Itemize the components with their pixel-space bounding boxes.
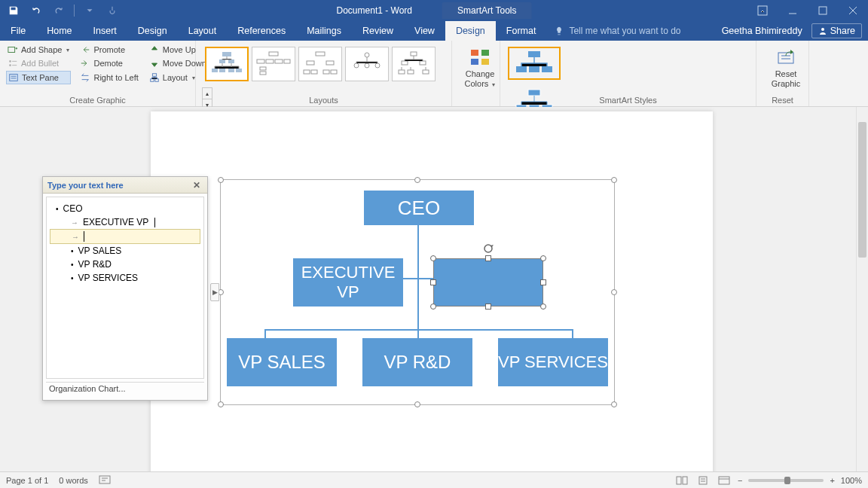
text-pane-item[interactable]: •VP R&D (50, 258, 200, 271)
svg-rect-18 (257, 59, 264, 63)
smartart-frame[interactable]: ▶ CEO EXECUTIVE VP VP SALES VP R&D VP SE… (220, 179, 615, 405)
org-node-exec-vp[interactable]: EXECUTIVE VP (293, 258, 403, 307)
menu-smartart-design[interactable]: Design (445, 21, 496, 41)
menu-insert[interactable]: Insert (83, 21, 127, 41)
status-bar: Page 1 of 1 0 words − + 100% (0, 471, 868, 488)
page-indicator[interactable]: Page 1 of 1 (6, 476, 48, 485)
svg-rect-43 (471, 59, 478, 65)
title-bar: Document1 - Word SmartArt Tools (0, 0, 868, 21)
add-bullet-button: Add Bullet (6, 57, 71, 69)
web-layout-button[interactable] (717, 474, 732, 486)
undo-button[interactable] (26, 2, 47, 20)
svg-point-5 (9, 64, 11, 66)
svg-rect-66 (699, 477, 707, 484)
customize-qat-button[interactable] (79, 2, 100, 20)
zoom-level[interactable]: 100% (841, 476, 862, 485)
text-pane-item[interactable]: →EXECUTIVE VP (50, 215, 200, 229)
menu-references[interactable]: References (227, 21, 296, 41)
layout-thumb-2[interactable] (252, 47, 295, 81)
menu-bar: File Home Insert Design Layout Reference… (0, 21, 868, 41)
zoom-out-button[interactable]: − (738, 476, 742, 485)
text-pane-close-button[interactable]: ✕ (191, 179, 203, 191)
word-count[interactable]: 0 words (59, 476, 88, 485)
text-pane[interactable]: Type your text here ✕ •CEO →EXECUTIVE VP… (42, 176, 208, 401)
redo-button[interactable] (48, 2, 69, 20)
print-layout-button[interactable] (695, 474, 711, 486)
layout-thumb-5[interactable] (392, 47, 436, 81)
text-pane-item-editing[interactable]: → (50, 229, 200, 244)
change-colors-button[interactable]: Change Colors ▾ (458, 44, 502, 92)
resize-handle[interactable] (414, 401, 420, 407)
menu-mailings[interactable]: Mailings (296, 21, 352, 41)
org-node-ceo[interactable]: CEO (364, 191, 474, 225)
group-label-layouts: Layouts (196, 96, 451, 105)
add-shape-button[interactable]: Add Shape▾ (6, 44, 71, 56)
text-pane-button[interactable]: Text Pane (6, 71, 71, 84)
rotate-handle[interactable] (482, 242, 494, 255)
ribbon: Add Shape▾ Promote Move Up Add Bullet De… (0, 41, 868, 107)
svg-point-31 (365, 53, 369, 57)
svg-point-2 (821, 28, 824, 31)
svg-rect-45 (528, 51, 540, 57)
right-to-left-button[interactable]: Right to Left (78, 71, 139, 84)
text-pane-item[interactable]: •CEO (50, 202, 200, 215)
resize-handle[interactable] (218, 401, 224, 407)
text-pane-item[interactable]: •VP SERVICES (50, 271, 200, 285)
read-mode-button[interactable] (674, 474, 689, 486)
org-node-vp-rd[interactable]: VP R&D (362, 338, 472, 386)
text-pane-header[interactable]: Type your text here ✕ (43, 177, 207, 194)
ribbon-display-options[interactable] (747, 0, 778, 21)
share-button[interactable]: Share (811, 23, 862, 38)
close-button[interactable] (838, 0, 868, 21)
svg-rect-29 (323, 70, 329, 74)
menu-layout[interactable]: Layout (178, 21, 228, 41)
resize-handle[interactable] (218, 177, 224, 183)
reset-graphic-button[interactable]: Reset Graphic (763, 44, 809, 92)
resize-handle[interactable] (414, 177, 420, 183)
svg-rect-6 (10, 75, 18, 81)
scroll-thumb[interactable] (858, 122, 866, 258)
menu-design[interactable]: Design (127, 21, 178, 41)
text-pane-toggle[interactable]: ▶ (210, 283, 219, 301)
promote-button[interactable]: Promote (78, 44, 139, 56)
layout-thumb-4[interactable] (345, 47, 389, 81)
person-icon (818, 26, 827, 35)
user-name[interactable]: Geetha Bhimireddy (722, 26, 802, 36)
resize-handle[interactable] (611, 401, 617, 407)
org-node-vp-sales[interactable]: VP SALES (227, 338, 337, 386)
demote-button[interactable]: Demote (78, 57, 139, 69)
svg-rect-27 (304, 70, 310, 74)
zoom-slider[interactable] (748, 479, 824, 482)
svg-rect-11 (219, 59, 225, 63)
svg-rect-22 (260, 67, 266, 70)
menu-file[interactable]: File (0, 21, 36, 41)
zoom-in-button[interactable]: + (830, 476, 834, 485)
layout-thumb-3[interactable] (298, 47, 342, 81)
menu-review[interactable]: Review (352, 21, 404, 41)
resize-handle[interactable] (611, 289, 617, 295)
page[interactable]: ▶ CEO EXECUTIVE VP VP SALES VP R&D VP SE… (151, 111, 713, 471)
text-pane-footer[interactable]: Organization Chart... (46, 382, 204, 397)
maximize-button[interactable] (808, 0, 838, 21)
minimize-button[interactable] (778, 0, 808, 21)
svg-point-32 (354, 63, 359, 68)
svg-rect-9 (155, 79, 158, 82)
resize-handle[interactable] (611, 177, 617, 183)
vertical-scrollbar[interactable] (856, 107, 868, 471)
svg-rect-38 (399, 70, 405, 74)
tell-me-search[interactable]: Tell me what you want to do (554, 21, 680, 41)
svg-rect-3 (8, 47, 15, 53)
touch-mode-button[interactable] (102, 2, 123, 20)
svg-rect-64 (677, 477, 681, 484)
org-node-selected-empty[interactable] (433, 258, 543, 307)
menu-view[interactable]: View (404, 21, 445, 41)
org-node-vp-services[interactable]: VP SERVICES (498, 338, 608, 386)
save-button[interactable] (3, 2, 24, 20)
text-pane-body[interactable]: •CEO →EXECUTIVE VP → •VP SALES •VP R&D •… (46, 197, 204, 379)
layout-thumb-1[interactable] (205, 47, 249, 81)
style-thumb-1[interactable] (508, 47, 561, 80)
proofing-icon[interactable] (99, 474, 111, 486)
menu-smartart-format[interactable]: Format (496, 21, 547, 41)
text-pane-item[interactable]: •VP SALES (50, 244, 200, 258)
menu-home[interactable]: Home (36, 21, 82, 41)
